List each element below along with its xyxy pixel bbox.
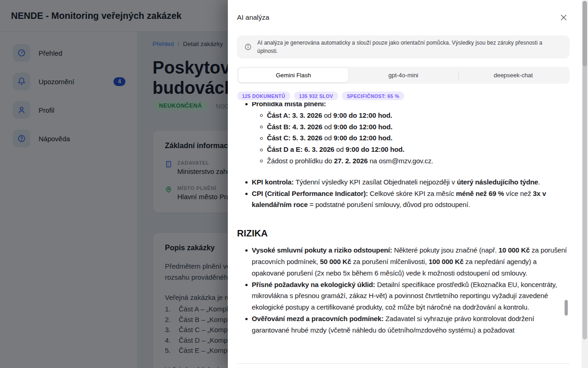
model-tabs: Gemini Flash gpt-4o-mini deepseek-chat: [237, 67, 570, 84]
stat-badge-documents: 125 DOKUMENTŮ: [237, 92, 290, 100]
list-item: Přísné požadavky na ekologický úklid: De…: [252, 279, 570, 313]
tab-deepseek-chat[interactable]: deepseek-chat: [458, 68, 568, 82]
tab-gemini-flash[interactable]: Gemini Flash: [238, 68, 348, 82]
list-item: CPI (Critical Performance Indicator): Ce…: [252, 188, 570, 211]
list-item: Část C: 5. 3. 2026 od 9:00 do 12:00 hod.: [267, 132, 570, 144]
list-item: Prohlídka místa plnění: Část A: 3. 3. 20…: [252, 102, 570, 167]
list-item: Žádost o prohlídku do 27. 2. 2026 na osm…: [267, 155, 570, 167]
ai-disclaimer-banner: AI analýza je generována automaticky a s…: [237, 35, 570, 58]
ai-analysis-content: Prohlídka místa plnění: Část A: 3. 3. 20…: [237, 102, 570, 363]
close-icon[interactable]: [560, 13, 568, 22]
stat-badge-specificity: SPECIFIČNOST: 65 %: [342, 92, 404, 100]
analysis-stats: 125 DOKUMENTŮ 135 932 SLOV SPECIFIČNOST:…: [237, 92, 404, 100]
page-scrollbar-track[interactable]: [582, 0, 588, 368]
ai-analysis-modal: AI analýza AI analýza je generována auto…: [228, 0, 588, 368]
list-item: KPI kontrola: Týdenní výsledky KPI zasíl…: [252, 177, 570, 188]
list-item: Část A: 3. 3. 2026 od 9:00 do 12:00 hod.: [267, 110, 570, 121]
tab-gpt-4o-mini[interactable]: gpt-4o-mini: [348, 68, 458, 82]
risks-section-heading: RIZIKA: [237, 227, 570, 239]
list-item: Ověřování mezd a pracovních podmínek: Za…: [252, 313, 570, 336]
modal-title: AI analýza: [237, 13, 269, 21]
page-scrollbar-thumb-top[interactable]: [582, 1, 587, 66]
ai-disclaimer-text: AI analýza je generována automaticky a s…: [257, 39, 562, 55]
list-item: Vysoké smluvní pokuty a riziko odstoupen…: [252, 245, 570, 279]
modal-footer-divider: [237, 363, 570, 364]
content-scrollbar-thumb[interactable]: [565, 300, 568, 316]
list-item: Část B: 4. 3. 2026 od 9:00 do 12:00 hod.: [267, 121, 570, 133]
info-icon: [244, 43, 252, 51]
list-item: Část D a E: 6. 3. 2026 od 9:00 do 12:00 …: [267, 144, 570, 155]
stat-badge-words: 135 932 SLOV: [294, 92, 338, 100]
